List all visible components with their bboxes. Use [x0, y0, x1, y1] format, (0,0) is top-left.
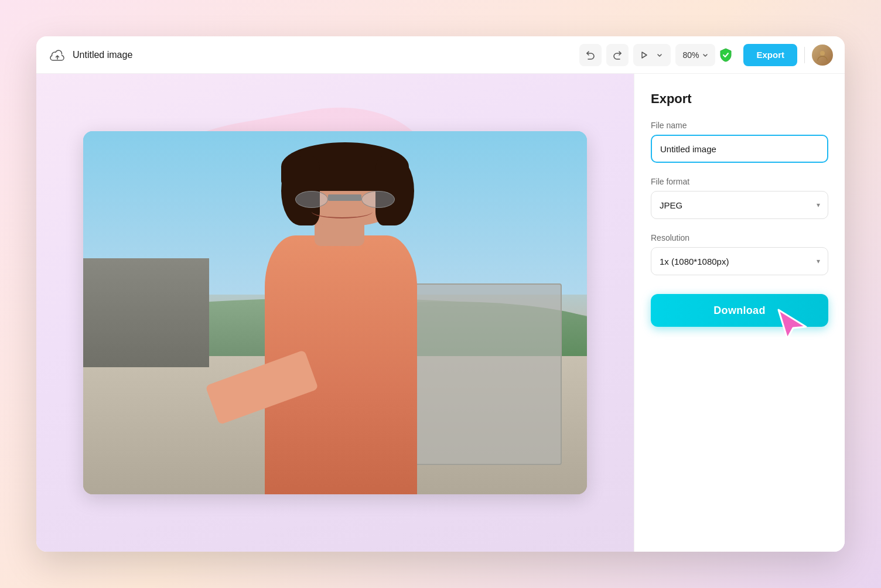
zoom-value: 80%	[682, 50, 699, 60]
export-button[interactable]: Export	[743, 44, 797, 66]
file-name-input[interactable]	[651, 135, 828, 163]
file-name-group: File name	[651, 121, 828, 163]
main-content: Export File name File format JPEG PNG We…	[36, 74, 845, 552]
toolbar-left: Untitled image	[48, 46, 579, 64]
resolution-select-wrap: 1x (1080*1080px) 2x (2160*2160px) 3x (32…	[651, 247, 828, 275]
shield-icon[interactable]	[715, 45, 736, 66]
resolution-group: Resolution 1x (1080*1080px) 2x (2160*216…	[651, 233, 828, 275]
photo-preview	[83, 131, 587, 494]
file-format-select[interactable]: JPEG PNG WebP SVG PDF	[651, 191, 828, 219]
resolution-select[interactable]: 1x (1080*1080px) 2x (2160*2160px) 3x (32…	[651, 247, 828, 275]
canvas-area	[36, 74, 634, 552]
app-window: Untitled image	[36, 36, 845, 552]
resolution-label: Resolution	[651, 233, 828, 242]
redo-button[interactable]	[606, 44, 629, 66]
play-button[interactable]	[633, 44, 671, 66]
file-format-select-wrap: JPEG PNG WebP SVG PDF ▾	[651, 191, 828, 219]
photo-person-body	[209, 149, 486, 494]
photo-building-left	[83, 258, 209, 367]
panel-title: Export	[651, 91, 828, 107]
file-format-label: File format	[651, 177, 828, 186]
file-format-group: File format JPEG PNG WebP SVG PDF ▾	[651, 177, 828, 219]
zoom-button[interactable]: 80%	[675, 44, 715, 66]
toolbar-divider	[804, 47, 805, 63]
document-title: Untitled image	[73, 50, 132, 60]
user-avatar-icon[interactable]	[812, 45, 833, 66]
image-canvas[interactable]	[83, 131, 587, 494]
toolbar-actions: 80%	[579, 44, 715, 66]
undo-button[interactable]	[579, 44, 602, 66]
export-panel: Export File name File format JPEG PNG We…	[634, 74, 845, 552]
file-name-label: File name	[651, 121, 828, 130]
toolbar-right: Export	[715, 44, 833, 66]
download-button-wrap: Download	[651, 289, 828, 327]
cloud-upload-icon[interactable]	[48, 46, 67, 64]
svg-point-0	[820, 51, 825, 56]
cursor-arrow	[776, 307, 811, 343]
toolbar: Untitled image	[36, 36, 845, 74]
